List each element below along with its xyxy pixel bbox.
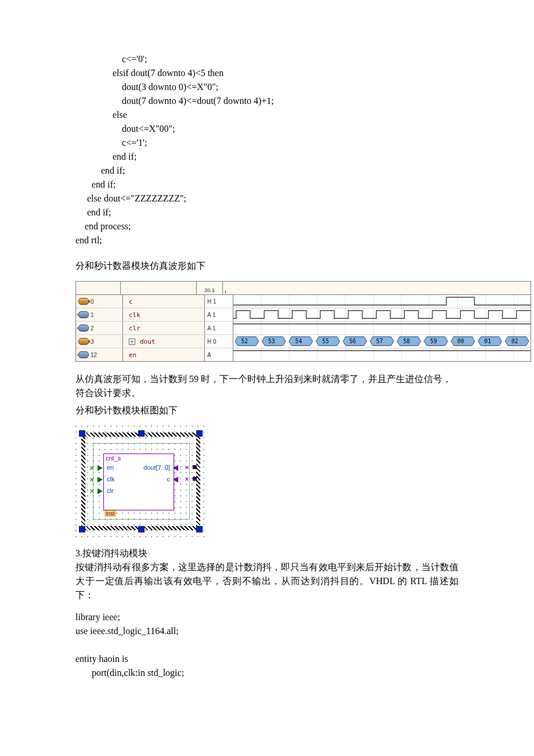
out-pin-icon <box>78 338 89 345</box>
in-pin-icon <box>78 311 89 318</box>
signal-dout-trace: 5253545556575859000102 <box>233 335 531 347</box>
waveform-row-c: 0 c H 1 <box>76 295 531 308</box>
svg-text:52: 52 <box>241 338 248 344</box>
section3-title: 3.按键消抖动模块 <box>75 546 459 560</box>
vhdl-code-bottom: library ieee; use ieee.std_logic_1164.al… <box>75 610 459 680</box>
svg-text:00: 00 <box>457 338 464 344</box>
waveform-row-dout: 3 +dout H 0 5253545556575859000102 <box>76 335 531 348</box>
svg-text:01: 01 <box>484 338 491 344</box>
waveform-viewer: 20.1 0 c H 1 1 clk A 1 <box>75 281 531 362</box>
port-clr: clr <box>107 487 114 494</box>
waveform-header: 20.1 <box>76 282 531 295</box>
svg-text:59: 59 <box>430 338 437 344</box>
signal-c-trace <box>233 295 531 307</box>
waveform-row-clr: 2 clr A 1 <box>76 322 531 335</box>
waveform-time-label: 20.1 <box>197 282 223 294</box>
pin-cross-icon: × <box>89 476 94 485</box>
port-en: en <box>107 464 114 471</box>
waveform-row-clk: 1 clk A 1 <box>76 308 531 322</box>
para-waveform-intro: 分和秒计数器模块仿真波形如下 <box>75 259 459 273</box>
port-dout: dout[7..0] <box>143 464 170 471</box>
pin-cross-icon: × <box>89 464 94 473</box>
svg-text:57: 57 <box>376 338 383 344</box>
signal-name: clk <box>129 311 140 319</box>
signal-name: clr <box>129 325 140 332</box>
in-pin-icon <box>78 325 89 332</box>
out-pin-icon <box>78 298 89 305</box>
para-waveform-explain: 从仿真波形可知，当计数到 59 时，下一个时钟上升沿到来时就清零了，并且产生进位… <box>75 372 459 400</box>
signal-name: dout <box>140 338 156 345</box>
block-diagram: cnt_s × en × clk × clr dout[7..0] × c × … <box>75 426 206 537</box>
pin-cross-icon: × <box>185 463 189 473</box>
signal-name: en <box>129 351 136 359</box>
port-clk: clk <box>107 476 114 483</box>
para-block-intro: 分和秒计数模块框图如下 <box>75 404 459 417</box>
signal-clk-trace <box>233 308 531 321</box>
signal-name: c <box>129 298 133 305</box>
section3-body: 按键消抖动有很多方案，这里选择的是计数消抖，即只当有效电平到来后开始计数，当计数… <box>75 560 459 602</box>
svg-text:58: 58 <box>403 338 410 344</box>
pin-cross-icon: × <box>89 487 94 496</box>
in-pin-icon <box>78 351 89 358</box>
signal-en-trace <box>233 348 531 361</box>
svg-text:53: 53 <box>268 338 275 344</box>
svg-text:56: 56 <box>349 338 356 344</box>
pin-cross-icon: × <box>185 475 189 484</box>
entity-name: cnt_s <box>106 455 121 462</box>
port-c: c <box>167 476 171 483</box>
svg-text:02: 02 <box>511 338 518 344</box>
expand-icon[interactable]: + <box>129 339 135 345</box>
vhdl-code-top: c<='0'; elsif dout(7 downto 4)<5 then do… <box>75 52 459 247</box>
waveform-row-en: 12 en A <box>76 348 531 361</box>
svg-text:55: 55 <box>322 338 329 344</box>
instance-label: inst <box>104 510 116 517</box>
svg-text:54: 54 <box>295 338 302 344</box>
signal-clr-trace <box>233 322 531 334</box>
